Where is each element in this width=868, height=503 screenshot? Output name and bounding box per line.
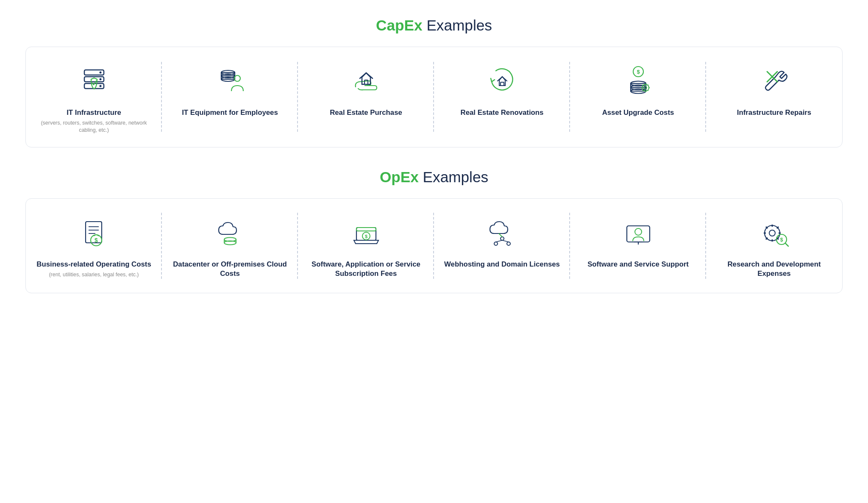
cloud-network-icon (483, 214, 521, 252)
opex-item-business-operating: $ Business-related Operating Costs (rent… (26, 199, 162, 293)
opex-item-research-dev: $ Research and Development Expenses (706, 199, 842, 293)
svg-rect-13 (501, 82, 504, 86)
svg-line-28 (648, 90, 648, 91)
house-hand-icon (347, 62, 385, 100)
svg-line-51 (502, 240, 509, 242)
svg-text:$: $ (637, 69, 640, 75)
capex-item-it-infrastructure: IT Infrastructure (servers, routers, swi… (26, 47, 162, 147)
svg-point-49 (507, 242, 510, 245)
svg-line-52 (499, 233, 502, 237)
svg-point-47 (501, 237, 504, 240)
capex-infrastructure-repairs-label: Infrastructure Repairs (737, 108, 811, 117)
svg-line-50 (496, 240, 502, 242)
svg-point-3 (99, 78, 101, 81)
svg-line-69 (785, 243, 788, 246)
svg-point-48 (494, 242, 498, 245)
svg-point-5 (99, 85, 101, 87)
opex-webhosting-label: Webhosting and Domain Licenses (444, 260, 560, 269)
db-gear-dollar-icon: $ (619, 62, 657, 100)
gear-magnify-dollar-icon: $ (755, 214, 793, 252)
opex-item-software-support: Software and Service Support (570, 199, 706, 293)
capex-it-infrastructure-label: IT Infrastructure (67, 108, 121, 117)
opex-highlight: OpEx (380, 169, 419, 185)
capex-card-container: IT Infrastructure (servers, routers, swi… (25, 47, 843, 147)
opex-business-operating-sublabel: (rent, utilities, salaries, legal fees, … (49, 271, 139, 278)
svg-point-56 (635, 228, 642, 235)
opex-item-datacenter-cloud: Datacenter or Off-premises Cloud Costs (162, 199, 298, 293)
server-shield-icon (75, 62, 113, 100)
db-person-icon (211, 62, 249, 100)
opex-business-operating-label: Business-related Operating Costs (36, 260, 151, 269)
opex-item-webhosting: Webhosting and Domain Licenses (434, 199, 570, 293)
opex-software-subscriptions-label: Software, Application or Service Subscri… (306, 260, 426, 278)
capex-asset-upgrade-label: Asset Upgrade Costs (602, 108, 674, 117)
capex-real-estate-renovations-label: Real Estate Renovations (461, 108, 544, 117)
capex-it-equipment-label: IT Equipment for Employees (182, 108, 278, 117)
svg-rect-44 (356, 228, 376, 231)
svg-line-30 (643, 90, 643, 91)
house-arrows-icon (483, 62, 521, 100)
opex-item-software-subscriptions: $ Software, Application or Service Subsc… (298, 199, 434, 293)
svg-text:$: $ (364, 234, 367, 239)
capex-real-estate-purchase-label: Real Estate Purchase (330, 108, 402, 117)
capex-item-real-estate-purchase: Real Estate Purchase (298, 47, 434, 147)
capex-item-infrastructure-repairs: Infrastructure Repairs (706, 47, 842, 147)
doc-money-icon: $ (75, 214, 113, 252)
svg-point-1 (99, 72, 101, 74)
svg-text:$: $ (780, 237, 783, 243)
capex-item-real-estate-renovations: Real Estate Renovations (434, 47, 570, 147)
capex-item-it-equipment: IT Equipment for Employees (162, 47, 298, 147)
svg-line-27 (643, 85, 643, 86)
cloud-db-icon (211, 214, 249, 252)
laptop-dollar-icon: $ (347, 214, 385, 252)
opex-title: OpEx Examples (25, 169, 843, 186)
svg-line-29 (648, 85, 648, 86)
opex-software-support-label: Software and Service Support (587, 260, 689, 269)
opex-research-dev-label: Research and Development Expenses (714, 260, 835, 278)
svg-point-58 (769, 230, 775, 236)
capex-item-asset-upgrade: $ Asset Upgrade Costs (570, 47, 706, 147)
wrench-cross-icon (755, 62, 793, 100)
capex-title-rest: Examples (423, 17, 492, 33)
capex-it-infrastructure-sublabel: (servers, routers, switches, software, n… (33, 119, 154, 134)
capex-title: CapEx Examples (25, 17, 843, 34)
svg-rect-33 (86, 222, 102, 243)
capex-highlight: CapEx (376, 17, 423, 33)
svg-text:$: $ (95, 237, 98, 244)
person-screen-icon (619, 214, 657, 252)
opex-title-rest: Examples (419, 169, 488, 185)
opex-datacenter-cloud-label: Datacenter or Off-premises Cloud Costs (170, 260, 290, 278)
opex-card-container: $ Business-related Operating Costs (rent… (25, 198, 843, 294)
